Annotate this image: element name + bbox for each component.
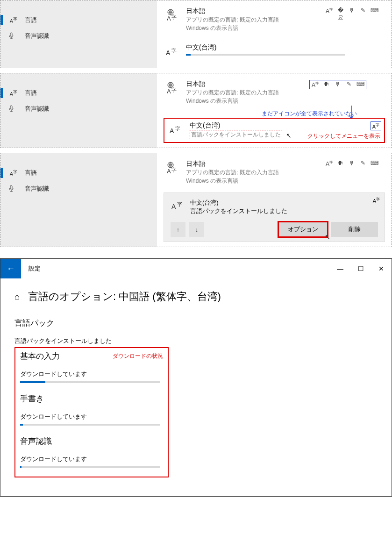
main-panel: A字 日本語 アプリの既定の言語; 既定の入力言語 Windows の表示言語 … <box>157 0 392 68</box>
minimize-button[interactable]: — <box>330 259 350 278</box>
keyboard-icon: ⌨ <box>370 160 378 167</box>
annotation-red: ダウンロードの状況 <box>113 352 163 360</box>
svg-rect-6 <box>10 106 12 109</box>
language-row-japanese[interactable]: A字 日本語 アプリの既定の言語; 既定の入力言語 Windows の表示言語 … <box>164 158 385 188</box>
close-button[interactable]: ✕ <box>371 259 392 278</box>
language-status: 言語パックをインストールしました <box>190 130 282 139</box>
language-status: 言語パックをインストールしました <box>190 207 287 215</box>
section-heading: 手書き <box>20 393 163 404</box>
svg-text:字: 字 <box>171 167 177 172</box>
feature-icons: A字 �요 🎙 ✎ ⌨ <box>325 7 378 21</box>
language-row-chinese-selected[interactable]: A字 中文(台湾) 言語パックをインストールしました A字 ↑ ↓ オプション … <box>164 192 385 242</box>
language-title: 中文(台湾) <box>190 199 287 207</box>
display-icon: A字 <box>325 7 334 21</box>
language-texts: 中文(台湾) <box>186 43 345 56</box>
svg-rect-12 <box>10 185 12 189</box>
tts-icon: �요 <box>336 7 345 21</box>
language-az-icon: A字 <box>167 121 184 138</box>
language-globe-icon: A字 <box>164 80 180 97</box>
sidebar-item-label: 音声認識 <box>25 185 49 193</box>
language-texts: 日本語 アプリの既定の言語; 既定の入力言語 Windows の表示言語 <box>186 7 279 32</box>
language-az-icon: A字 <box>171 199 185 213</box>
move-down-button[interactable]: ↓ <box>189 222 204 237</box>
svg-text:A: A <box>170 127 174 135</box>
language-title: 中文(台湾) <box>186 43 345 52</box>
home-icon[interactable]: ⌂ <box>14 292 20 302</box>
mic-icon: 🎙 <box>348 160 356 167</box>
svg-text:A: A <box>167 88 171 95</box>
sidebar-item-speech[interactable]: 音声認識 <box>0 28 157 44</box>
download-status: ダウンロードしています <box>20 455 163 463</box>
cursor-icon: ↖ <box>286 132 292 139</box>
language-sub: Windows の表示言語 <box>186 97 279 105</box>
panel-1: A字 言語 音声認識 A字 日本語 アプリの既定の言語; 既定の入力言語 Win… <box>0 0 392 68</box>
sidebar-item-label: 言語 <box>25 89 37 97</box>
window-buttons: — ☐ ✕ <box>330 259 392 278</box>
download-progress <box>20 381 160 383</box>
language-sub: アプリの既定の言語; 既定の入力言語 <box>186 88 279 97</box>
mic-icon <box>8 32 19 40</box>
single-feature-icon: A字 <box>371 121 381 130</box>
arrow-blue <box>323 105 361 123</box>
mic-icon: 🎙 <box>348 7 356 21</box>
pen-icon: ✎ <box>359 7 367 21</box>
sidebar-item-label: 言語 <box>25 16 37 24</box>
download-status: ダウンロードしています <box>20 370 163 378</box>
section-heading: 音声認識 <box>20 436 163 447</box>
options-window: ← 設定 — ☐ ✕ ⌂ 言語のオプション: 中国語 (繁体字、台湾) 言語パッ… <box>0 258 392 497</box>
language-texts: 日本語 アプリの既定の言語; 既定の入力言語 Windows の表示言語 <box>186 80 279 105</box>
language-row-japanese[interactable]: A字 日本語 アプリの既定の言語; 既定の入力言語 Windows の表示言語 … <box>164 5 385 35</box>
langpack-section: 言語パック 言語パックをインストールしました <box>14 318 378 345</box>
sidebar: A字 言語 音声認識 <box>0 73 157 148</box>
sidebar-item-language[interactable]: A字 言語 <box>0 12 157 28</box>
remove-button[interactable]: 削除 <box>331 222 378 237</box>
sidebar-item-language[interactable]: A字 言語 <box>0 165 157 181</box>
page-heading: 言語のオプション: 中国語 (繁体字、台湾) <box>28 290 221 304</box>
sidebar: A字 言語 音声認識 <box>0 0 157 68</box>
language-sub: アプリの既定の言語; 既定の入力言語 <box>186 168 279 177</box>
panel-3: A字 言語 音声認識 A字 日本語 アプリの既定の言語; 既定の入力言語 Win… <box>0 153 392 247</box>
langpack-status: 言語パックをインストールしました <box>14 337 378 345</box>
main-panel: A字 日本語 アプリの既定の言語; 既定の入力言語 Windows の表示言語 … <box>157 153 392 247</box>
sidebar-item-speech[interactable]: 音声認識 <box>0 181 157 197</box>
svg-text:A: A <box>166 49 171 57</box>
download-status: ダウンロードしています <box>20 413 163 421</box>
language-globe-icon: A字 <box>164 160 180 177</box>
tts-icon: 🗣 <box>336 160 345 167</box>
sidebar-item-language[interactable]: A字 言語 <box>0 85 157 101</box>
sidebar-item-speech[interactable]: 音声認識 <box>0 101 157 117</box>
sidebar: A字 言語 音声認識 <box>0 153 157 247</box>
section-heading: 基本の入力 <box>20 351 60 362</box>
sidebar-item-label: 音声認識 <box>25 32 49 40</box>
annotation-red: クリックしてメニューを表示 <box>307 132 380 140</box>
download-progress <box>20 466 160 468</box>
language-row-chinese[interactable]: A字 中文(台湾) <box>164 42 385 63</box>
titlebar: ← 設定 — ☐ ✕ <box>0 259 392 278</box>
svg-text:字: 字 <box>177 201 182 207</box>
svg-text:A: A <box>171 203 176 210</box>
language-globe-icon: A字 <box>164 7 180 24</box>
maximize-button[interactable]: ☐ <box>350 259 371 278</box>
back-button[interactable]: ← <box>0 259 21 278</box>
language-row-japanese[interactable]: A字 日本語 アプリの既定の言語; 既定の入力言語 Windows の表示言語 … <box>164 78 385 108</box>
move-up-button[interactable]: ↑ <box>171 222 185 237</box>
svg-text:字: 字 <box>171 87 177 93</box>
sidebar-item-label: 音声認識 <box>25 105 49 113</box>
svg-text:A: A <box>167 15 171 22</box>
svg-text:字: 字 <box>171 14 177 20</box>
keyboard-icon: ⌨ <box>356 81 364 88</box>
display-icon: A字 <box>325 160 334 167</box>
language-icon: A字 <box>8 16 19 24</box>
mic-icon <box>8 185 19 192</box>
feature-icons-boxed: A字 🗣 🎙 ✎ ⌨ <box>309 80 366 89</box>
window-content: ⌂ 言語のオプション: 中国語 (繁体字、台湾) 言語パック 言語パックをインス… <box>0 278 392 496</box>
options-button[interactable]: オプション <box>278 222 328 237</box>
svg-text:字: 字 <box>175 126 180 131</box>
language-title: 日本語 <box>186 80 279 88</box>
download-progress <box>20 424 160 426</box>
single-feature-icon: A字 <box>373 197 380 204</box>
keyboard-icon: ⌨ <box>370 7 378 21</box>
language-row-chinese-highlighted[interactable]: A字 中文(台湾) 言語パックをインストールしました ↖ クリックしてメニューを… <box>164 118 385 143</box>
tts-icon: 🗣 <box>322 81 331 88</box>
section-heading: 言語パック <box>14 318 378 328</box>
